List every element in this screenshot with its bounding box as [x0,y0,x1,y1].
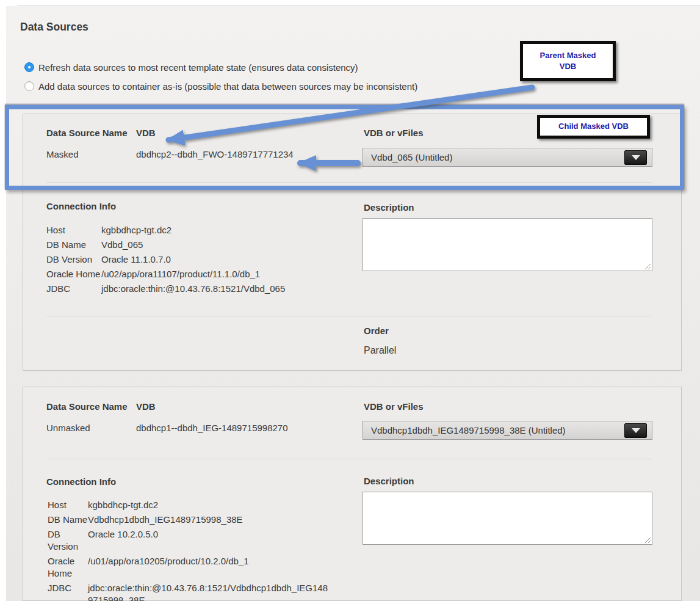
description-textarea-unmasked[interactable] [363,492,652,545]
data-source-card-masked: Data Source Name VDB VDB or vFiles Maske… [23,114,682,371]
column-header-vdb-or-vfiles: VDB or vFiles [364,401,424,412]
radio-option-add-as-is[interactable]: Add data sources to container as-is (pos… [24,80,417,92]
page-title: Data Sources [20,21,88,34]
description-textarea-masked[interactable] [363,218,652,271]
vdb-select-masked-value: Vdbd_065 (Untitled) [371,148,452,166]
vdb-select-unmasked-button[interactable] [624,423,647,438]
conn-row-db-name: DB Name Vdbd_065 [46,239,364,251]
vdb-name-value: dbdhcp1--dbdh_IEG-1489715998270 [136,423,288,433]
conn-value: /u02/app/ora11107/product/11.1.0/db_1 [101,268,364,280]
column-header-data-source-name: Data Source Name [46,128,128,138]
radio-add-as-is-label[interactable]: Add data sources to container as-is (pos… [38,81,417,92]
conn-label: DB Name [46,239,101,251]
conn-label: JDBC [46,283,101,295]
conn-value: kgbbdhcp-tgt.dc2 [88,499,332,511]
conn-value: jdbc:oracle:thin:@10.43.76.8:1521/Vdbd_0… [101,283,364,295]
connection-info-header: Connection Info [46,201,116,211]
conn-row-oracle-home: Oracle Home /u02/app/ora11107/product/11… [46,268,364,280]
conn-row-jdbc: JDBC jdbc:oracle:thin:@10.43.76.8:1521/V… [48,582,332,601]
radio-option-refresh[interactable]: Refresh data sources to most recent temp… [24,61,358,73]
column-header-vdb-or-vfiles: VDB or vFiles [364,128,424,138]
child-masked-vdb-callout: Child Masked VDB [537,115,650,139]
chevron-down-icon [632,428,640,433]
conn-label: Host [46,224,101,236]
connection-info-header: Connection Info [46,476,116,487]
conn-row-oracle-home: Oracle Home /u01/app/ora10205/product/10… [48,555,332,580]
top-divider [17,5,700,5]
conn-label: DB Version [48,528,88,553]
connection-info-table: Host kgbbdhcp-tgt.dc2 DB Name Vdbd_065 D… [46,224,364,297]
conn-value: jdbc:oracle:thin:@10.43.76.8:1521/Vdbdhc… [88,582,332,601]
conn-row-db-name: DB Name Vdbdhcp1dbdh_IEG1489715998_38E [48,514,332,526]
conn-label: DB Version [46,253,101,266]
order-value: Parallel [364,345,396,356]
parent-masked-vdb-callout: Parent Masked VDB [520,41,616,81]
conn-value: Vdbd_065 [101,239,364,251]
data-source-name-value: Masked [46,149,79,159]
conn-value: /u01/app/ora10205/product/10.2.0/db_1 [88,555,332,580]
child-masked-vdb-callout-text: Child Masked VDB [558,121,629,132]
conn-label: Oracle Home [48,555,88,580]
conn-value: Vdbdhcp1dbdh_IEG1489715998_38E [88,514,332,526]
radio-refresh-label[interactable]: Refresh data sources to most recent temp… [38,62,358,73]
conn-label: Oracle Home [46,268,101,280]
order-header: Order [364,326,389,336]
conn-row-host: Host kgbbdhcp-tgt.dc2 [46,224,364,236]
conn-value: Oracle 11.1.0.7.0 [101,253,364,266]
conn-label: JDBC [48,582,88,601]
description-header: Description [364,202,414,213]
description-header: Description [364,476,414,486]
column-header-vdb: VDB [136,401,156,412]
vdb-select-masked[interactable]: Vdbd_065 (Untitled) [363,148,652,167]
conn-row-host: Host kgbbdhcp-tgt.dc2 [48,499,332,511]
conn-row-jdbc: JDBC jdbc:oracle:thin:@10.43.76.8:1521/V… [46,283,364,295]
chevron-down-icon [632,155,640,160]
data-source-name-value: Unmasked [46,423,90,433]
conn-label: DB Name [48,514,88,526]
vdb-select-unmasked-value: Vdbdhcp1dbdh_IEG1489715998_38E (Untitled… [371,421,566,439]
vdb-select-unmasked[interactable]: Vdbdhcp1dbdh_IEG1489715998_38E (Untitled… [363,421,652,440]
conn-row-db-version: DB Version Oracle 10.2.0.5.0 [48,528,332,553]
conn-label: Host [48,499,88,511]
column-header-vdb: VDB [136,128,156,138]
radio-selected-icon[interactable] [24,62,34,72]
card-divider [46,182,652,183]
parent-masked-vdb-callout-text: Parent Masked VDB [534,50,602,72]
conn-value: kgbbdhcp-tgt.dc2 [101,224,364,236]
column-header-data-source-name: Data Source Name [46,401,128,412]
conn-row-db-version: DB Version Oracle 11.1.0.7.0 [46,253,364,266]
connection-info-table: Host kgbbdhcp-tgt.dc2 DB Name Vdbdhcp1db… [48,499,332,601]
radio-unselected-icon[interactable] [24,81,34,91]
vdb-name-value: dbdhcp2--dbdh_FWO-1489717771234 [136,149,294,159]
description-field-wrapper [363,218,652,271]
card-divider [46,316,652,316]
card-divider [46,459,652,459]
description-field-wrapper [363,492,652,545]
data-source-card-unmasked: Data Source Name VDB VDB or vFiles Unmas… [23,387,682,601]
vdb-select-masked-button[interactable] [624,150,647,165]
conn-value: Oracle 10.2.0.5.0 [88,528,332,553]
